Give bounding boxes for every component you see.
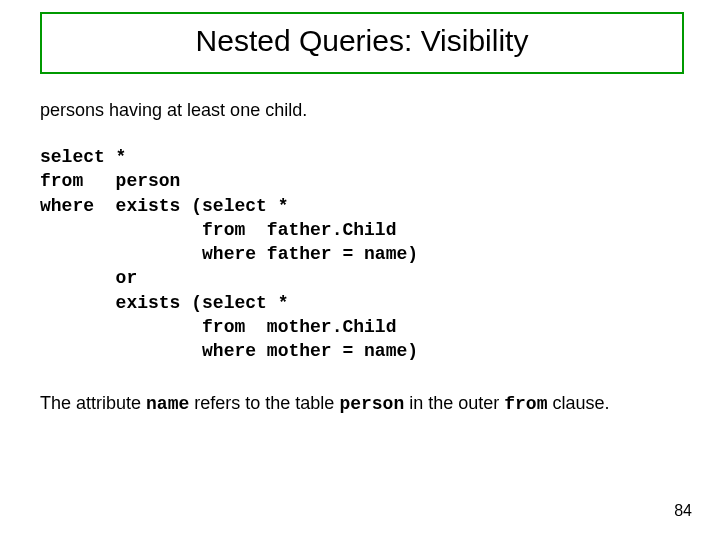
slide-body: persons having at least one child. selec… bbox=[40, 100, 680, 416]
note-part-4: clause. bbox=[547, 393, 609, 413]
note-code-name: name bbox=[146, 394, 189, 414]
note-code-from: from bbox=[504, 394, 547, 414]
note-part-2: refers to the table bbox=[189, 393, 339, 413]
note-part-1: The attribute bbox=[40, 393, 146, 413]
note-code-person: person bbox=[339, 394, 404, 414]
page-number: 84 bbox=[674, 502, 692, 520]
slide: Nested Queries: Visibility persons havin… bbox=[0, 0, 720, 540]
note-part-3: in the outer bbox=[404, 393, 504, 413]
explanation-note: The attribute name refers to the table p… bbox=[40, 392, 680, 416]
title-box: Nested Queries: Visibility bbox=[40, 12, 684, 74]
slide-title: Nested Queries: Visibility bbox=[196, 24, 529, 57]
sql-code-block: select * from person where exists (selec… bbox=[40, 145, 680, 364]
intro-text: persons having at least one child. bbox=[40, 100, 680, 121]
